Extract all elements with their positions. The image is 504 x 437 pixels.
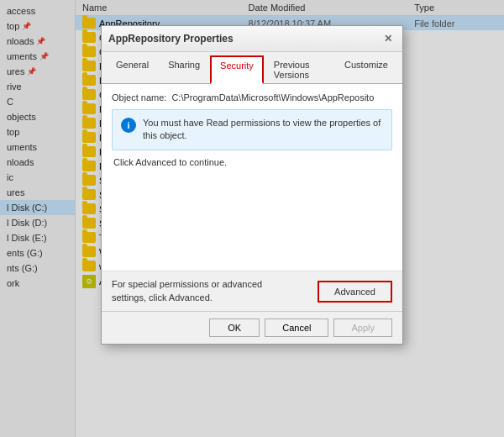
- dialog-content: Object name: C:\ProgramData\Microsoft\Wi…: [102, 84, 402, 271]
- object-name-label: Object name:: [112, 92, 166, 103]
- click-advanced-label: Click Advanced to continue.: [113, 157, 392, 167]
- advanced-button[interactable]: Advanced: [318, 281, 392, 303]
- dialog-close-button[interactable]: ✕: [381, 31, 396, 46]
- apply-button[interactable]: Apply: [333, 319, 392, 337]
- properties-dialog: AppRepository Properties ✕ General Shari…: [101, 25, 403, 345]
- tab-sharing[interactable]: Sharing: [159, 55, 209, 83]
- dialog-tabs: General Sharing Security Previous Versio…: [102, 52, 402, 84]
- tab-customize[interactable]: Customize: [335, 55, 397, 83]
- info-box: i You must have Read permissions to view…: [112, 109, 392, 150]
- object-name-row: Object name: C:\ProgramData\Microsoft\Wi…: [112, 92, 392, 103]
- info-icon: i: [121, 118, 136, 133]
- dialog-titlebar: AppRepository Properties ✕: [102, 26, 402, 52]
- dialog-overlay: AppRepository Properties ✕ General Shari…: [0, 0, 504, 437]
- dialog-title: AppRepository Properties: [108, 33, 234, 45]
- tab-general[interactable]: General: [107, 55, 158, 83]
- content-spacer: [112, 174, 392, 262]
- tab-previous-versions[interactable]: Previous Versions: [265, 55, 334, 83]
- cancel-button[interactable]: Cancel: [265, 319, 328, 337]
- advanced-area-text: For special permissions or advanced sett…: [112, 278, 297, 304]
- advanced-area: For special permissions or advanced sett…: [102, 271, 402, 311]
- ok-button[interactable]: OK: [209, 319, 260, 337]
- tab-security[interactable]: Security: [210, 55, 264, 84]
- info-message: You must have Read permissions to view t…: [143, 117, 383, 143]
- object-name-value: C:\ProgramData\Microsoft\Windows\AppRepo…: [171, 92, 374, 103]
- dialog-footer: OK Cancel Apply: [102, 311, 402, 344]
